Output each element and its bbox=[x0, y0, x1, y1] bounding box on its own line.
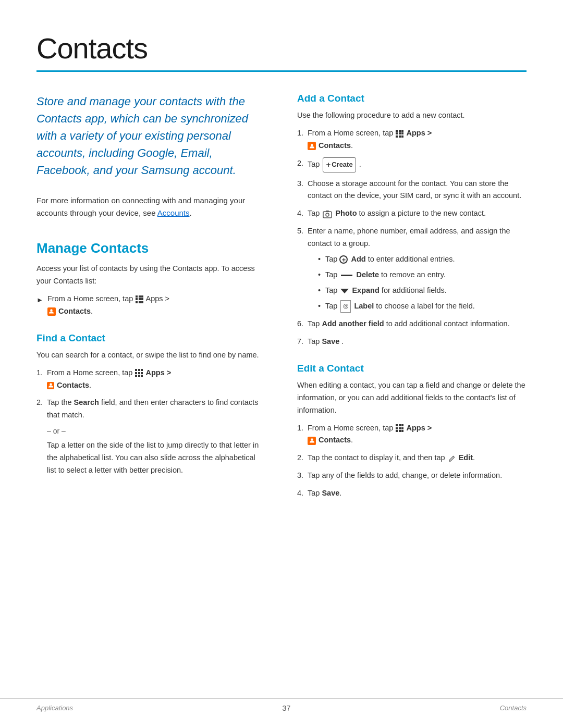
manage-step-text: From a Home screen, tap Apps > Contacts. bbox=[47, 293, 169, 318]
add-step-6: 6. Tap Add another field to add addition… bbox=[297, 318, 527, 330]
add-step-5: 5. Enter a name, phone number, email add… bbox=[297, 225, 527, 313]
svg-point-1 bbox=[50, 384, 52, 386]
label-box-icon: ◎ bbox=[340, 300, 351, 313]
svg-rect-5 bbox=[326, 211, 329, 212]
add-step-7: 7. Tap Save . bbox=[297, 336, 527, 348]
bullet-expand: Tap Expand for additional fields. bbox=[318, 285, 527, 297]
edit-step-3: 3. Tap any of the fields to add, change,… bbox=[297, 470, 527, 482]
bullet-delete: Tap Delete to remove an entry. bbox=[318, 269, 527, 281]
edit-contact-steps: 1. From a Home screen, tap Apps > bbox=[297, 422, 527, 500]
right-column: Add a Contact Use the following procedur… bbox=[297, 93, 527, 505]
add-contact-heading: Add a Contact bbox=[297, 93, 527, 104]
contacts-icon-4 bbox=[308, 437, 316, 445]
title-divider bbox=[36, 70, 527, 72]
contacts-icon-3 bbox=[308, 142, 316, 150]
manage-contacts-heading: Manage Contacts bbox=[36, 240, 266, 256]
delete-line-icon bbox=[341, 275, 352, 276]
expand-chevron-icon bbox=[340, 289, 349, 293]
apps-grid-icon-4 bbox=[396, 424, 403, 432]
bullet-label: Tap ◎ Label to choose a label for the fi… bbox=[318, 300, 527, 313]
svg-point-4 bbox=[326, 213, 329, 216]
apps-grid-icon-3 bbox=[396, 130, 403, 138]
add-contact-steps: 1. From a Home screen, tap Apps > bbox=[297, 127, 527, 348]
manage-contacts-step: ► From a Home screen, tap Apps > Contact… bbox=[36, 293, 266, 318]
contacts-icon bbox=[47, 307, 56, 316]
accounts-link[interactable]: Accounts bbox=[157, 208, 190, 217]
svg-rect-3 bbox=[323, 212, 332, 218]
footer-right: Contacts bbox=[500, 704, 527, 712]
svg-point-0 bbox=[51, 310, 53, 312]
edit-pencil-icon bbox=[448, 455, 456, 462]
add-step-4: 4. Tap Photo to assign a picture to the … bbox=[297, 207, 527, 220]
find-alt-text: Tap a letter on the side of the list to … bbox=[47, 439, 266, 477]
edit-contact-heading: Edit a Contact bbox=[297, 363, 527, 374]
add-bullets: Tap + Add to enter additional entries. T… bbox=[318, 253, 527, 313]
find-contact-steps: 1. From a Home screen, tap Apps > bbox=[36, 367, 266, 422]
photo-icon bbox=[323, 210, 332, 218]
add-circle-icon: + bbox=[339, 255, 348, 264]
or-divider: – or – bbox=[47, 427, 266, 435]
edit-contact-body: When editing a contact, you can tap a fi… bbox=[297, 379, 527, 417]
apps-grid-icon bbox=[136, 295, 143, 303]
add-step-3: 3. Choose a storage account for the cont… bbox=[297, 178, 527, 203]
manage-contacts-body: Access your list of contacts by using th… bbox=[36, 263, 266, 288]
add-step-1: 1. From a Home screen, tap Apps > bbox=[297, 127, 527, 152]
edit-step-2: 2. Tap the contact to display it, and th… bbox=[297, 452, 527, 464]
find-contact-body: You can search for a contact, or swipe t… bbox=[36, 349, 266, 362]
bullet-add: Tap + Add to enter additional entries. bbox=[318, 253, 527, 266]
find-step-2: 2. Tap the Search field, and then enter … bbox=[36, 397, 266, 422]
add-step-2: 2. Tap +Create . bbox=[297, 157, 527, 172]
find-step-1: 1. From a Home screen, tap Apps > bbox=[36, 367, 266, 392]
arrow-icon: ► bbox=[36, 294, 43, 305]
intro-italic: Store and manage your contacts with the … bbox=[36, 93, 266, 179]
page-footer: Applications 37 Contacts bbox=[0, 698, 563, 712]
footer-page-number: 37 bbox=[283, 704, 291, 712]
find-contact-heading: Find a Contact bbox=[36, 332, 266, 344]
page-title: Contacts bbox=[36, 31, 527, 65]
create-button-icon: +Create bbox=[323, 157, 356, 172]
svg-point-6 bbox=[311, 438, 313, 440]
add-contact-body: Use the following procedure to add a new… bbox=[297, 109, 527, 122]
apps-grid-icon-2 bbox=[135, 369, 143, 377]
left-column: Store and manage your contacts with the … bbox=[36, 93, 266, 505]
svg-point-2 bbox=[311, 144, 313, 146]
footer-left: Applications bbox=[36, 704, 73, 712]
intro-body: For more information on connecting with … bbox=[36, 194, 266, 219]
edit-step-1: 1. From a Home screen, tap Apps > bbox=[297, 422, 527, 447]
contacts-icon-2 bbox=[47, 382, 54, 389]
edit-step-4: 4. Tap Save. bbox=[297, 487, 527, 500]
